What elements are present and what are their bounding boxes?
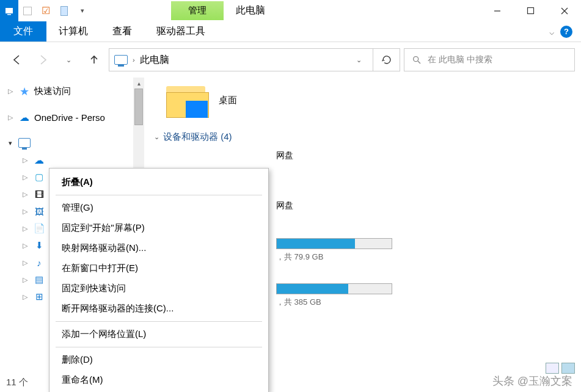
tree-this-pc[interactable]: ▾ bbox=[4, 134, 130, 151]
watermark-text: 头条 @玉瀚文案 bbox=[492, 374, 572, 388]
recent-locations-button[interactable]: ⌄ bbox=[57, 49, 79, 71]
device-label: 网盘 bbox=[276, 150, 293, 161]
search-placeholder: 在 此电脑 中搜索 bbox=[428, 54, 492, 65]
tab-drive-tools[interactable]: 驱动器工具 bbox=[144, 21, 217, 42]
downloads-folder-icon: ⬇ bbox=[33, 240, 45, 251]
quick-access-toolbar: ☑ ▾ bbox=[0, 0, 92, 21]
search-icon bbox=[412, 55, 422, 65]
ctx-manage[interactable]: 管理(G) bbox=[51, 198, 267, 218]
close-button[interactable] bbox=[547, 0, 581, 21]
cloud-icon: ☁ bbox=[18, 112, 31, 123]
ctx-pin-start[interactable]: 固定到"开始"屏幕(P) bbox=[51, 218, 267, 238]
ctx-collapse[interactable]: 折叠(A) bbox=[51, 172, 267, 192]
system-menu-icon[interactable] bbox=[0, 0, 18, 21]
qat-dropdown-icon[interactable]: ▾ bbox=[73, 0, 92, 21]
titlebar: ☑ ▾ 管理 此电脑 bbox=[0, 0, 581, 21]
address-dropdown-button[interactable]: ⌄ bbox=[349, 56, 368, 64]
up-button[interactable] bbox=[83, 49, 105, 71]
svg-rect-1 bbox=[7, 14, 11, 15]
menu-separator bbox=[56, 321, 262, 322]
cloud-icon: ☁ bbox=[33, 154, 45, 165]
video-folder-icon: 🎞 bbox=[33, 189, 45, 200]
svg-rect-3 bbox=[528, 8, 534, 14]
svg-rect-0 bbox=[5, 8, 13, 13]
tree-onedrive[interactable]: ▷ ☁ OneDrive - Perso bbox=[4, 109, 130, 126]
scroll-thumb[interactable] bbox=[134, 89, 143, 125]
expand-caret-icon[interactable]: ▷ bbox=[6, 87, 15, 95]
cube-icon: ▢ bbox=[33, 172, 45, 183]
section-label: 设备和驱动器 (4) bbox=[163, 131, 232, 143]
large-icons-view-icon[interactable] bbox=[561, 363, 575, 374]
ctx-disconnect[interactable]: 断开网络驱动器的连接(C)... bbox=[51, 299, 267, 319]
forward-button[interactable] bbox=[32, 49, 54, 71]
capacity-bar bbox=[276, 238, 392, 249]
ctx-open-new[interactable]: 在新窗口中打开(E) bbox=[51, 258, 267, 278]
tree-label: OneDrive - Perso bbox=[34, 112, 105, 123]
tab-computer[interactable]: 计算机 bbox=[46, 21, 100, 42]
documents-folder-icon: 📄 bbox=[33, 223, 45, 234]
ribbon-collapse-icon[interactable]: ⌵ bbox=[549, 27, 554, 37]
desktop-folder-icon: ▤ bbox=[33, 274, 45, 285]
view-switcher bbox=[546, 363, 575, 374]
drive-1[interactable]: ，共 79.9 GB bbox=[276, 238, 571, 263]
music-folder-icon: ♪ bbox=[33, 257, 45, 268]
tree-label: 快速访问 bbox=[34, 85, 71, 97]
maximize-button[interactable] bbox=[514, 0, 547, 21]
collapse-caret-icon[interactable]: ▾ bbox=[6, 139, 15, 147]
device-label: 网盘 bbox=[276, 200, 293, 211]
window-title: 此电脑 bbox=[236, 4, 265, 17]
svg-point-6 bbox=[414, 57, 418, 62]
status-item-count: 11 个 bbox=[6, 377, 28, 388]
menu-separator bbox=[56, 347, 262, 347]
breadcrumb-this-pc[interactable]: 此电脑 bbox=[140, 54, 169, 67]
refresh-button[interactable] bbox=[373, 48, 400, 71]
address-bar[interactable]: › 此电脑 ⌄ bbox=[109, 48, 373, 71]
back-button[interactable] bbox=[6, 49, 28, 71]
chevron-right-icon[interactable]: › bbox=[133, 56, 135, 64]
help-icon[interactable]: ? bbox=[560, 26, 572, 38]
ctx-rename[interactable]: 重命名(M) bbox=[51, 370, 267, 390]
folder-desktop[interactable]: 桌面 bbox=[166, 82, 571, 118]
this-pc-icon bbox=[18, 137, 31, 148]
device-netdisk-1[interactable]: 网盘 bbox=[276, 150, 571, 161]
ribbon-tabs: 文件 计算机 查看 驱动器工具 ⌵ ? bbox=[0, 21, 581, 42]
folder-icon bbox=[166, 82, 209, 118]
navigation-toolbar: ⌄ › 此电脑 ⌄ 在 此电脑 中搜索 bbox=[0, 42, 581, 78]
folder-label: 桌面 bbox=[219, 95, 237, 106]
details-view-icon[interactable] bbox=[546, 363, 559, 374]
tab-file[interactable]: 文件 bbox=[0, 21, 46, 42]
device-netdisk-2[interactable]: 网盘 bbox=[276, 200, 571, 211]
capacity-text: ，共 79.9 GB bbox=[276, 252, 392, 263]
properties-icon[interactable]: ☑ bbox=[37, 0, 55, 21]
qat-item-icon[interactable] bbox=[55, 0, 73, 21]
ctx-map-drive[interactable]: 映射网络驱动器(N)... bbox=[51, 238, 267, 258]
window-controls bbox=[480, 0, 581, 21]
watermark: 头条 @玉瀚文案 bbox=[492, 374, 572, 388]
drive-2[interactable]: ，共 385 GB bbox=[276, 283, 571, 308]
search-box[interactable]: 在 此电脑 中搜索 bbox=[404, 48, 575, 71]
contextual-tab-manage[interactable]: 管理 bbox=[171, 1, 224, 20]
this-pc-icon bbox=[114, 55, 128, 65]
pictures-folder-icon: 🖼 bbox=[33, 206, 45, 217]
context-menu: 折叠(A) 管理(G) 固定到"开始"屏幕(P) 映射网络驱动器(N)... 在… bbox=[49, 168, 269, 392]
section-devices-header[interactable]: ⌄ 设备和驱动器 (4) bbox=[154, 125, 571, 148]
svg-line-7 bbox=[418, 61, 420, 64]
tree-child[interactable]: ▷☁ bbox=[4, 151, 130, 169]
menu-separator bbox=[56, 195, 262, 195]
os-drive-icon: ⊞ bbox=[33, 291, 45, 302]
star-icon: ★ bbox=[18, 86, 31, 97]
expand-caret-icon[interactable]: ▷ bbox=[6, 114, 15, 122]
minimize-button[interactable] bbox=[480, 0, 514, 21]
chevron-down-icon: ⌄ bbox=[154, 133, 159, 141]
qat-placeholder-icon[interactable] bbox=[18, 0, 37, 21]
scroll-up-icon[interactable]: ▴ bbox=[133, 78, 144, 89]
ctx-delete[interactable]: 删除(D) bbox=[51, 350, 267, 370]
tab-view[interactable]: 查看 bbox=[100, 21, 144, 42]
tree-quick-access[interactable]: ▷ ★ 快速访问 bbox=[4, 82, 130, 100]
ctx-add-netloc[interactable]: 添加一个网络位置(L) bbox=[51, 324, 267, 344]
capacity-text: ，共 385 GB bbox=[276, 297, 392, 308]
ctx-pin-quick[interactable]: 固定到快速访问 bbox=[51, 278, 267, 299]
capacity-bar bbox=[276, 283, 392, 294]
